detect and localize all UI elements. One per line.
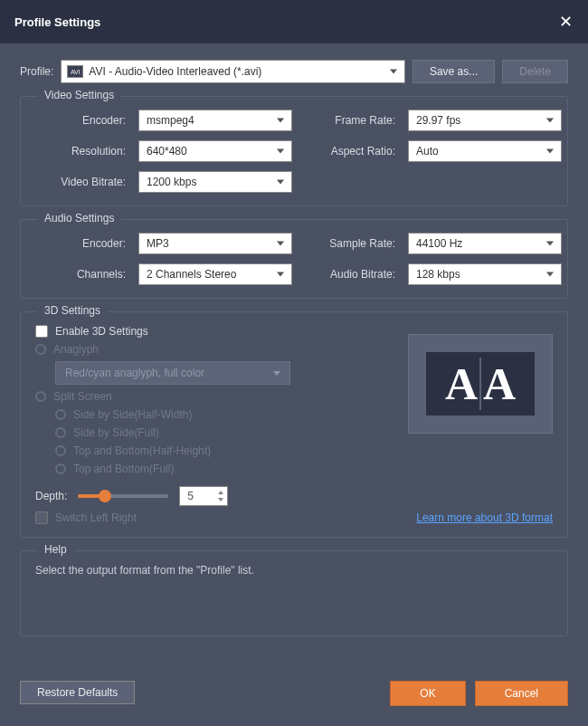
chevron-down-icon <box>277 272 284 277</box>
audio-encoder-select[interactable]: MP3 <box>138 233 292 254</box>
ok-button[interactable]: OK <box>390 681 465 706</box>
3d-settings-legend: 3D Settings <box>37 304 108 317</box>
depth-label: Depth: <box>35 490 67 502</box>
aspect-ratio-label: Aspect Ratio: <box>305 145 395 158</box>
cancel-button[interactable]: Cancel <box>475 681 568 706</box>
video-bitrate-select[interactable]: 1200 kbps <box>138 171 292 193</box>
profile-value: AVI - Audio-Video Interleaved (*.avi) <box>89 65 261 78</box>
enable-3d-label: Enable 3D Settings <box>55 325 148 338</box>
audio-encoder-label: Encoder: <box>35 237 126 250</box>
anaglyph-mode-select: Red/cyan anaglyph, full color <box>55 361 290 385</box>
chevron-down-icon <box>546 272 554 277</box>
slider-thumb[interactable] <box>99 490 111 502</box>
switch-lr-checkbox <box>35 511 48 524</box>
switch-lr-label: Switch Left Right <box>55 511 137 524</box>
spinner-up-icon[interactable] <box>218 491 223 494</box>
close-icon[interactable]: ✕ <box>559 14 574 29</box>
sample-rate-select[interactable]: 44100 Hz <box>408 233 562 254</box>
audio-bitrate-label: Audio Bitrate: <box>305 268 395 281</box>
anaglyph-radio <box>35 344 46 355</box>
sbs-full-label: Side by Side(Full) <box>73 426 159 439</box>
video-encoder-select[interactable]: msmpeg4 <box>138 110 292 131</box>
tb-half-radio <box>55 445 66 456</box>
resolution-select[interactable]: 640*480 <box>138 140 292 162</box>
dialog-title: Profile Settings <box>14 15 100 29</box>
profile-select[interactable]: AVI AVI - Audio-Video Interleaved (*.avi… <box>61 60 405 83</box>
preview-glyph-left: A <box>443 358 479 410</box>
chevron-down-icon <box>277 119 284 123</box>
titlebar: Profile Settings ✕ <box>0 0 588 43</box>
spinner-down-icon[interactable] <box>218 498 223 502</box>
tb-full-label: Top and Bottom(Full) <box>73 463 174 475</box>
help-legend: Help <box>37 543 74 556</box>
frame-rate-label: Frame Rate: <box>305 114 395 127</box>
preview-glyph-right: A <box>479 358 517 410</box>
aspect-ratio-select[interactable]: Auto <box>408 140 562 162</box>
video-bitrate-label: Video Bitrate: <box>35 176 126 188</box>
3d-preview: A A <box>408 334 553 434</box>
chevron-down-icon <box>277 149 284 154</box>
anaglyph-label: Anaglyph <box>53 343 99 356</box>
chevron-down-icon <box>390 70 397 74</box>
audio-bitrate-select[interactable]: 128 kbps <box>408 263 562 285</box>
split-screen-label: Split Screen <box>53 390 112 403</box>
depth-slider[interactable] <box>78 488 168 504</box>
learn-more-link[interactable]: Learn more about 3D format <box>416 511 553 524</box>
video-settings-legend: Video Settings <box>37 89 121 101</box>
sbs-half-radio <box>55 409 66 420</box>
depth-spinner[interactable]: 5 <box>179 486 228 506</box>
sbs-full-radio <box>55 427 66 438</box>
profile-label: Profile: <box>20 65 53 78</box>
audio-settings-legend: Audio Settings <box>37 212 121 224</box>
chevron-down-icon <box>546 242 554 246</box>
audio-settings-group: Audio Settings Encoder: MP3 Sample Rate:… <box>20 219 568 299</box>
avi-file-icon: AVI <box>67 65 83 78</box>
3d-settings-group: 3D Settings Enable 3D Settings Anaglyph … <box>20 311 568 538</box>
resolution-label: Resolution: <box>35 145 126 158</box>
video-settings-group: Video Settings Encoder: msmpeg4 Frame Ra… <box>20 96 568 206</box>
delete-button: Delete <box>502 60 568 83</box>
chevron-down-icon <box>546 119 554 123</box>
help-group: Help Select the output format from the "… <box>20 550 568 636</box>
chevron-down-icon <box>277 242 284 246</box>
chevron-down-icon <box>546 149 554 154</box>
chevron-down-icon <box>273 371 280 376</box>
channels-label: Channels: <box>35 268 126 281</box>
sample-rate-label: Sample Rate: <box>305 237 395 250</box>
chevron-down-icon <box>277 180 284 185</box>
tb-half-label: Top and Bottom(Half-Height) <box>73 444 211 457</box>
save-as-button[interactable]: Save as... <box>413 60 495 83</box>
help-text: Select the output format from the "Profi… <box>35 564 553 577</box>
enable-3d-checkbox[interactable] <box>35 325 48 338</box>
sbs-half-label: Side by Side(Half-Width) <box>73 408 192 421</box>
frame-rate-select[interactable]: 29.97 fps <box>408 110 562 131</box>
channels-select[interactable]: 2 Channels Stereo <box>138 263 292 285</box>
video-encoder-label: Encoder: <box>35 114 126 127</box>
tb-full-radio <box>55 463 66 474</box>
split-screen-radio <box>35 391 46 402</box>
restore-defaults-button[interactable]: Restore Defaults <box>20 681 135 704</box>
